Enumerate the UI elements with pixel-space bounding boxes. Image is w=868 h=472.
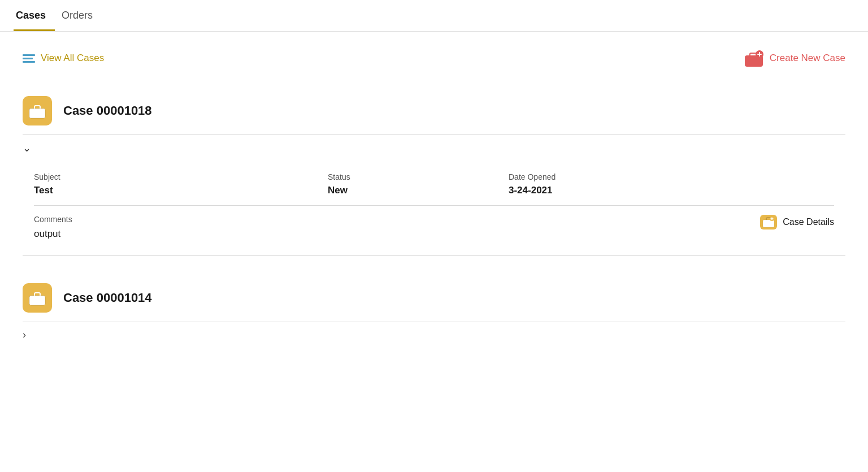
case-title-1014: Case 00001014 bbox=[63, 291, 152, 305]
case-details-panel-1018: Subject Test Status New Date Opened 3-24… bbox=[0, 161, 868, 256]
case-comments-row-1018: Comments output Case Details bbox=[34, 215, 834, 244]
tabs-bar: Cases Orders bbox=[0, 0, 868, 32]
case-details-link-1018[interactable]: Case Details bbox=[760, 215, 834, 229]
date-opened-value: 3-24-2021 bbox=[509, 185, 622, 196]
case-details-icon-1018 bbox=[760, 215, 777, 229]
date-opened-label: Date Opened bbox=[509, 172, 622, 181]
case-toggle-1018[interactable]: ⌄ bbox=[0, 135, 868, 161]
comments-block-1018: Comments output bbox=[34, 215, 72, 240]
comments-label: Comments bbox=[34, 215, 72, 224]
view-all-cases-label: View All Cases bbox=[41, 53, 104, 64]
create-new-case-button[interactable]: Create New Case bbox=[744, 50, 845, 67]
case-divider-bottom-1018 bbox=[23, 256, 845, 256]
list-icon bbox=[23, 54, 35, 63]
view-all-cases-button[interactable]: View All Cases bbox=[23, 53, 104, 64]
case-header-1018: Case 00001018 bbox=[0, 87, 868, 135]
case-card-1014: Case 00001014 › bbox=[0, 274, 868, 348]
action-bar: View All Cases Create New Case bbox=[0, 32, 868, 78]
create-new-case-label: Create New Case bbox=[770, 53, 845, 64]
case-card-1018: Case 00001018 ⌄ Subject Test Status New … bbox=[0, 87, 868, 256]
status-value: New bbox=[328, 185, 441, 196]
case-title-1018: Case 00001018 bbox=[63, 103, 152, 118]
comments-value: output bbox=[34, 228, 72, 240]
svg-rect-7 bbox=[763, 220, 774, 227]
tab-orders[interactable]: Orders bbox=[59, 10, 102, 31]
case-fields-row-1018: Subject Test Status New Date Opened 3-24… bbox=[34, 168, 834, 205]
case-details-label: Case Details bbox=[783, 217, 834, 227]
subject-value: Test bbox=[34, 185, 147, 196]
subject-group: Subject Test bbox=[34, 172, 147, 196]
create-case-icon bbox=[744, 50, 764, 67]
case-toggle-1014[interactable]: › bbox=[0, 322, 868, 348]
status-group: Status New bbox=[328, 172, 441, 196]
tab-cases[interactable]: Cases bbox=[14, 10, 55, 31]
date-opened-group: Date Opened 3-24-2021 bbox=[509, 172, 622, 196]
subject-label: Subject bbox=[34, 172, 147, 181]
case-icon-1018 bbox=[23, 96, 52, 125]
status-label: Status bbox=[328, 172, 441, 181]
case-header-1014: Case 00001014 bbox=[0, 274, 868, 322]
case-icon-1014 bbox=[23, 283, 52, 313]
fields-divider-1018 bbox=[34, 205, 834, 206]
